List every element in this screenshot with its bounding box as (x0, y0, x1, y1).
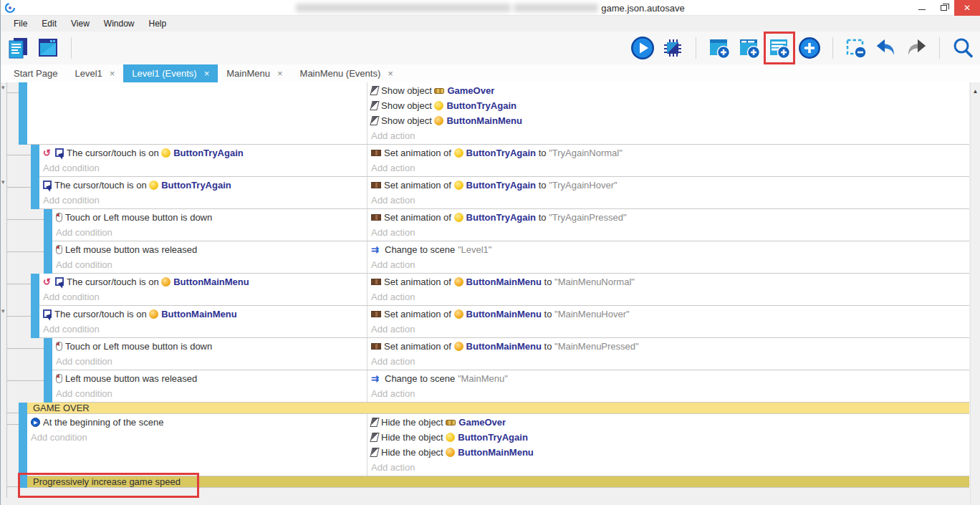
add-action-link[interactable]: Add action (368, 354, 969, 369)
add-something-button[interactable] (797, 34, 822, 62)
event-handle-bar[interactable] (19, 414, 27, 476)
undo-button[interactable] (873, 34, 899, 62)
tab-close-icon[interactable]: × (204, 68, 210, 79)
event-row[interactable]: ▾The cursor/touch is on ButtonTryAgainAd… (1, 177, 969, 209)
condition[interactable]: Touch or Left mouse button is down (52, 339, 367, 354)
tab-close-icon[interactable]: × (110, 68, 115, 79)
add-condition-link[interactable]: Add condition (52, 257, 367, 272)
preview-play-button[interactable] (630, 34, 655, 62)
condition[interactable]: The cursor/touch is on ButtonMainMenu (39, 307, 367, 322)
action[interactable]: Hide the object GameOver (368, 415, 969, 430)
action[interactable]: Set animation of ButtonTryAgain to "TryA… (368, 178, 969, 193)
event-row[interactable]: ▾The cursor/touch is on ButtonMainMenuAd… (1, 306, 969, 338)
condition[interactable]: Left mouse button was released (52, 371, 367, 386)
add-condition-link[interactable]: Add condition (52, 225, 367, 240)
event-row[interactable]: Left mouse button was releasedAdd condit… (1, 370, 969, 403)
collapse-arrow-icon[interactable]: ▾ (1, 308, 5, 314)
condition[interactable]: The cursor/touch is on ButtonTryAgain (39, 145, 367, 160)
tab-mainmenu-events-[interactable]: MainMenu (Events)× (292, 64, 402, 82)
project-manager-button[interactable] (5, 34, 31, 62)
add-action-link[interactable]: Add action (368, 289, 969, 304)
collapse-arrow-icon[interactable]: ▾ (1, 179, 5, 186)
event-handle-bar[interactable] (44, 241, 52, 274)
event-row[interactable]: Touch or Left mouse button is downAdd co… (1, 338, 969, 370)
condition[interactable]: Left mouse button was released (52, 242, 367, 257)
close-button[interactable]: ✕ (954, 0, 980, 16)
tab-level1-events-[interactable]: Level1 (Events)× (123, 64, 218, 82)
add-condition-link[interactable]: Add condition (52, 386, 367, 401)
event-handle-bar[interactable] (31, 145, 39, 177)
event-row[interactable]: ▾Show object GameOverShow object ButtonT… (1, 82, 969, 145)
add-action-link[interactable]: Add action (368, 460, 969, 475)
condition[interactable]: The cursor/touch is on ButtonMainMenu (39, 274, 367, 289)
action[interactable]: Set animation of ButtonTryAgain to "TryA… (368, 145, 969, 160)
event-handle-bar[interactable] (31, 306, 39, 338)
add-condition-link[interactable]: Add condition (39, 289, 367, 304)
action[interactable]: Set animation of ButtonMainMenu to "Main… (368, 307, 969, 322)
collapse-arrow-icon[interactable]: ▾ (1, 85, 5, 91)
add-action-link[interactable]: Add action (368, 160, 969, 175)
restore-button[interactable] (933, 0, 954, 16)
event-handle-bar[interactable] (31, 274, 39, 306)
comment-event-row[interactable]: Progressively increase game speed (1, 476, 969, 488)
event-handle-bar[interactable] (44, 370, 52, 403)
event-handle-bar[interactable] (19, 403, 27, 414)
add-event-button[interactable] (706, 34, 732, 62)
action[interactable]: Show object GameOver (368, 83, 969, 98)
event-handle-bar[interactable] (19, 82, 27, 145)
tab-mainmenu[interactable]: MainMenu× (218, 64, 291, 82)
menu-view[interactable]: View (64, 16, 97, 31)
comment-event-row[interactable]: GAME OVER (1, 403, 969, 414)
add-action-link[interactable]: Add action (368, 386, 969, 401)
add-condition-link[interactable]: Add condition (39, 160, 367, 175)
action[interactable]: Hide the object ButtonMainMenu (368, 445, 969, 460)
event-row[interactable]: The cursor/touch is on ButtonTryAgainAdd… (1, 145, 969, 177)
add-action-link[interactable]: Add action (368, 128, 969, 143)
event-row[interactable]: At the beginning of the sceneAdd conditi… (1, 414, 969, 476)
action[interactable]: Show object ButtonMainMenu (368, 113, 969, 128)
add-action-link[interactable]: Add action (368, 225, 969, 240)
menu-file[interactable]: File (6, 16, 34, 31)
tab-start-page[interactable]: Start Page (5, 64, 66, 82)
action[interactable]: Change to scene "MainMenu" (368, 371, 969, 386)
menu-help[interactable]: Help (142, 16, 174, 31)
add-subevent-button[interactable] (736, 34, 762, 62)
redo-button[interactable] (903, 34, 929, 62)
search-button[interactable] (950, 34, 976, 62)
comment-text[interactable]: Progressively increase game speed (27, 476, 969, 488)
scene-editor-button[interactable] (35, 34, 61, 62)
scroll-up-icon[interactable]: ▲ (973, 88, 979, 95)
tab-level1[interactable]: Level1× (66, 64, 123, 82)
action[interactable]: Hide the object ButtonTryAgain (368, 430, 969, 445)
add-action-link[interactable]: Add action (368, 257, 969, 272)
tab-close-icon[interactable]: × (277, 68, 283, 79)
event-handle-bar[interactable] (44, 209, 52, 241)
action[interactable]: Set animation of ButtonMainMenu to "Main… (368, 274, 969, 289)
delete-event-button[interactable] (843, 34, 869, 62)
event-row[interactable]: Left mouse button was releasedAdd condit… (1, 241, 969, 274)
add-action-link[interactable]: Add action (368, 322, 969, 337)
add-condition-link[interactable]: Add condition (52, 354, 367, 369)
action[interactable]: Set animation of ButtonTryAgain to "TryA… (368, 210, 969, 225)
event-row[interactable]: The cursor/touch is on ButtonMainMenuAdd… (1, 274, 969, 306)
event-handle-bar[interactable] (31, 177, 39, 209)
event-handle-bar[interactable] (44, 338, 52, 370)
action[interactable]: Change to scene "Level1" (368, 242, 969, 257)
action[interactable]: Set animation of ButtonMainMenu to "Main… (368, 339, 969, 354)
add-action-link[interactable]: Add action (368, 193, 969, 208)
action[interactable]: Show object ButtonTryAgain (368, 98, 969, 113)
menu-edit[interactable]: Edit (34, 16, 64, 31)
event-handle-bar[interactable] (19, 476, 27, 488)
vertical-scrollbar[interactable]: ▲ (970, 82, 980, 505)
event-row[interactable]: Touch or Left mouse button is downAdd co… (1, 209, 969, 241)
comment-text[interactable]: GAME OVER (27, 403, 969, 414)
add-condition-link[interactable]: Add condition (39, 193, 367, 208)
condition[interactable]: The cursor/touch is on ButtonTryAgain (39, 178, 367, 193)
add-comment-button[interactable] (767, 34, 792, 62)
condition[interactable]: At the beginning of the scene (27, 415, 367, 430)
tab-close-icon[interactable]: × (388, 68, 393, 79)
add-condition-link[interactable]: Add condition (39, 322, 367, 337)
debugger-button[interactable] (660, 34, 686, 62)
condition[interactable]: Touch or Left mouse button is down (52, 210, 367, 225)
add-condition-link[interactable]: Add condition (27, 430, 367, 445)
